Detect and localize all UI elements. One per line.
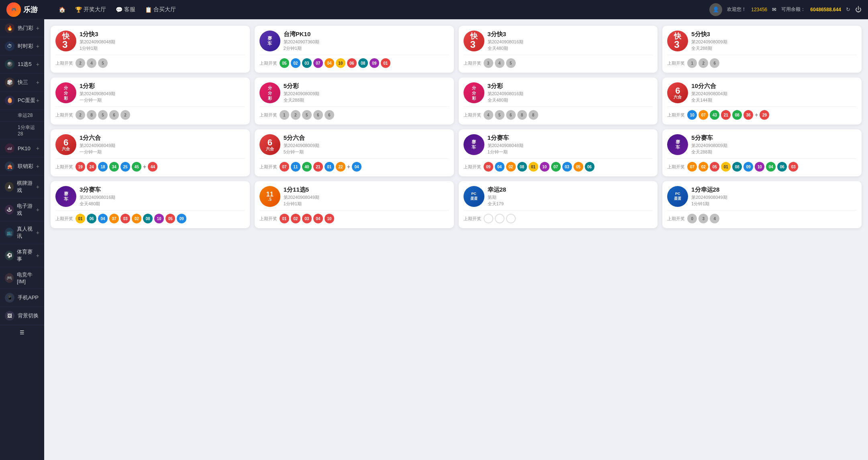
balls-container: 09040208011007030506 (484, 162, 594, 172)
sidebar-item-ssc[interactable]: ⏱ 时时彩 + (0, 37, 44, 55)
ball-result (484, 214, 493, 223)
ball-result: 2 (698, 58, 708, 68)
ball-result: 36 (743, 110, 753, 120)
ball-result: 09 (370, 58, 379, 68)
nav-service[interactable]: 💬 客服 (116, 6, 135, 13)
card-period: 第20240907360期 (284, 39, 449, 45)
card-period: 第20240908004期 (691, 91, 857, 97)
game-card-fenfen_3min[interactable]: 分分彩 3分彩 第20240908016期 全天480期 上期开奖 45688 (459, 78, 658, 125)
card-period: 第20240908049期 (691, 194, 857, 200)
game-card-11x5_1min[interactable]: 11.5 1分11选5 第20240908049期 1分钟1期 上期开奖 010… (255, 181, 454, 228)
ball-result: 1 (280, 110, 289, 120)
ball-result: 09 (177, 214, 186, 223)
sidebar-item-sports[interactable]: ⚽ 体育赛事 + (0, 244, 44, 267)
ball-result: 4 (495, 58, 504, 68)
envelope-icon[interactable]: ✉ (772, 6, 776, 12)
balls-container (484, 214, 516, 223)
nav-combine[interactable]: 📋 合买大厅 (145, 6, 176, 13)
result-label: 上期开奖 (464, 164, 481, 170)
sidebar-label-mobile: 手机APP (18, 294, 39, 301)
ball-result: 07 (687, 162, 697, 172)
result-label: 上期开奖 (464, 216, 481, 222)
sidebar-menu-button[interactable]: ☰ (0, 325, 44, 339)
card-period: 第20240908048期 (80, 39, 245, 45)
game-icon-fast3: 快3 (667, 31, 688, 51)
game-icon-race: 赛车 (55, 186, 76, 207)
sidebar-label-esports: 电竞牛[IM] (17, 271, 39, 284)
header-right: 👤 欢迎您！ 123456 ✉ 可用余额： 60486588.644 ↻ ⏻ (709, 3, 862, 16)
card-period2: 全天288期 (691, 149, 857, 155)
ball-result: 04 (766, 162, 776, 172)
game-icon-fenfen: 分分彩 (55, 82, 76, 103)
card-divider (464, 158, 653, 159)
game-card-fenfen_5min[interactable]: 分分彩 5分彩 第20240908009期 全天288期 上期开奖 12566 (255, 78, 454, 125)
card-header: PC蛋蛋 幸运28 第期 全天179 (464, 186, 653, 207)
ball-result: 6 (710, 58, 719, 68)
main-nav: 🏠 🏆 开奖大厅 💬 客服 📋 合买大厅 (59, 6, 709, 13)
sidebar-item-live[interactable]: 📺 真人视讯 + (0, 221, 44, 244)
balls-container: 126 (687, 58, 719, 68)
home-icon: 🏠 (59, 6, 65, 13)
card-divider (667, 158, 857, 159)
sidebar-label-electronic: 电子游戏 (17, 202, 36, 217)
sports-plus-icon: + (36, 252, 39, 259)
game-card-lucky28[interactable]: PC蛋蛋 幸运28 第期 全天179 上期开奖 (459, 181, 658, 228)
sidebar-item-bg-switch[interactable]: 🖼 背景切换 (0, 307, 44, 325)
sidebar-item-pk10[interactable]: 🏎 PK10 + (0, 139, 44, 157)
card-result: 上期开奖 071140210122 +04 (259, 162, 449, 172)
ball-result: 10 (687, 110, 697, 120)
logo[interactable]: 🎮 乐游 (6, 2, 51, 17)
game-card-race_5min[interactable]: 赛车 5分赛车 第20240908009期 全天288期 上期开奖 070205… (662, 129, 862, 176)
card-title: 3分彩 (488, 82, 653, 90)
sidebar-item-esports[interactable]: 🎮 电竞牛[IM] (0, 267, 44, 289)
game-card-fast3_3min[interactable]: 快3 3分快3 第20240908016期 全天480期 上期开奖 345 (459, 26, 658, 73)
card-result: 上期开奖 100743210836 +29 (667, 110, 857, 120)
ball-result: 34 (109, 162, 119, 172)
game-card-race_3min[interactable]: 赛车 3分赛车 第20240908016期 全天480期 上期开奖 010604… (51, 181, 250, 228)
sidebar-item-electronic[interactable]: 🕹 电子游戏 + (0, 198, 44, 221)
game-card-taiwan_pk10[interactable]: 赛车 台湾PK10 第20240907360期 2分钟1期 上期开奖 05020… (255, 26, 454, 73)
sidebar-item-11x5[interactable]: 🎱 11选5 + (0, 55, 44, 74)
game-card-race_1min[interactable]: 赛车 1分赛车 第20240908048期 1分钟一期 上期开奖 0904020… (459, 129, 658, 176)
ball-result: 10 (755, 162, 764, 172)
sidebar-item-fast3[interactable]: 🎲 快三 + (0, 74, 44, 92)
card-period: 第20240908048期 (488, 143, 653, 149)
game-card-fenfen_1min[interactable]: 分分彩 1分彩 第20240908049期 一分钟一期 上期开奖 28562 (51, 78, 250, 125)
nav-home[interactable]: 🏠 (59, 6, 65, 13)
card-info: 5分彩 第20240908009期 全天288期 (284, 82, 449, 103)
sidebar-item-liansale[interactable]: 🎪 联销彩 + (0, 157, 44, 176)
card-divider (259, 210, 449, 211)
card-info: 1分快3 第20240908048期 1分钟1期 (80, 31, 245, 51)
game-card-fast3_1min[interactable]: 快3 1分快3 第20240908048期 1分钟1期 上期开奖 245 (51, 26, 250, 73)
refresh-icon[interactable]: ↻ (846, 6, 850, 12)
ball-result: 03 (562, 162, 572, 172)
game-card-lucky28_1min[interactable]: PC蛋蛋 1分幸运28 第20240908049期 1分钟1期 上期开奖 034 (662, 181, 862, 228)
game-card-liuhe_5min[interactable]: 6六合 5分六合 第20240908009期 5分钟一期 上期开奖 071140… (255, 129, 454, 176)
card-info: 5分赛车 第20240908009期 全天288期 (691, 134, 857, 155)
balance-value: 60486588.644 (810, 7, 841, 12)
sidebar-item-hotlottery[interactable]: 🔥 热门彩 + (0, 19, 44, 37)
game-card-liuhe_1min[interactable]: 6六合 1分六合 第20240908049期 一分钟一期 上期开奖 192418… (51, 129, 250, 176)
live-plus-icon: + (36, 229, 39, 236)
balls-container: 45688 (484, 110, 538, 120)
sidebar-item-lucky28-1min[interactable]: 1分幸运28 (0, 122, 44, 139)
game-card-fast3_5min[interactable]: 快3 5分快3 第20240908009期 全天288期 上期开奖 126 (662, 26, 862, 73)
card-result: 上期开奖 45688 (464, 110, 653, 120)
power-icon[interactable]: ⏻ (855, 6, 862, 13)
nav-jackpot[interactable]: 🏆 开奖大厅 (75, 6, 106, 13)
card-divider (55, 158, 245, 159)
ball-result: 06 (585, 162, 594, 172)
card-title: 5分快3 (691, 31, 857, 38)
sidebar-item-lucky28[interactable]: 幸运28 (0, 110, 44, 122)
ball-result: 5 (302, 110, 312, 120)
card-result: 上期开奖 01060407030208100509 (55, 214, 245, 223)
game-card-liuhe_10min[interactable]: 6六合 10分六合 第20240908004期 全天144期 上期开奖 1007… (662, 78, 862, 125)
sidebar-item-chess[interactable]: ♟ 棋牌游戏 + (0, 176, 44, 198)
sidebar-item-pcegg[interactable]: 🥚 PC蛋蛋 + (0, 92, 44, 110)
game-icon-race: 赛车 (667, 134, 688, 155)
card-info: 1分幸运28 第20240908049期 1分钟1期 (691, 186, 857, 207)
plus-sign: + (347, 164, 350, 170)
card-header: 分分彩 5分彩 第20240908009期 全天288期 (259, 82, 449, 103)
sidebar-item-mobile-app[interactable]: 📱 手机APP (0, 289, 44, 307)
sports-icon: ⚽ (5, 251, 14, 260)
